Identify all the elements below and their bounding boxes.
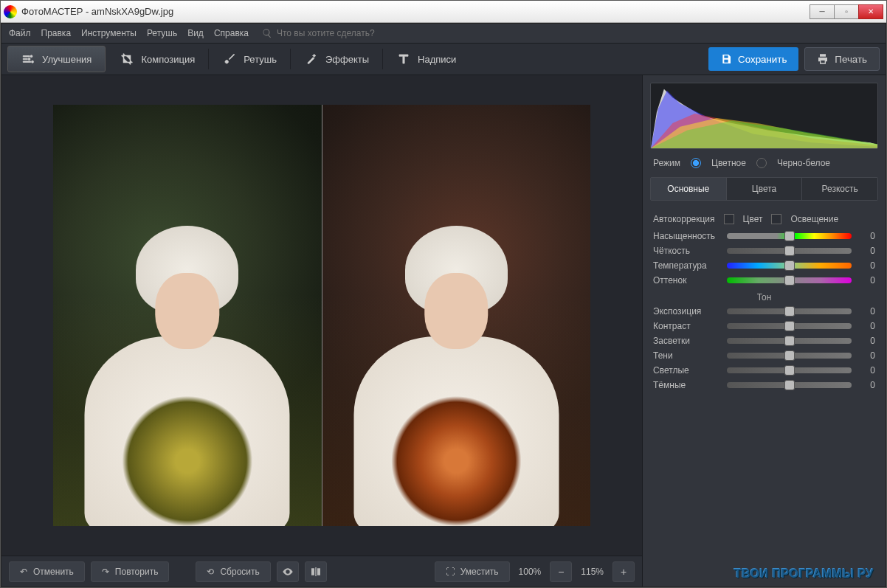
tab-effects[interactable]: Эффекты bbox=[291, 46, 382, 72]
panel-tabs: Основные Цвета Резкость bbox=[650, 177, 878, 201]
slider-value: 0 bbox=[857, 321, 875, 331]
slider-track[interactable] bbox=[727, 353, 852, 359]
zoom-out-button[interactable]: − bbox=[550, 561, 572, 582]
compare-toggle-button[interactable] bbox=[305, 561, 327, 582]
toolbar: Улучшения Композиция Ретушь Эффекты Надп… bbox=[1, 43, 886, 75]
slider-track[interactable] bbox=[727, 382, 852, 388]
chk-color[interactable] bbox=[724, 214, 734, 224]
canvas-area: ↶Отменить ↷Повторить ⟲Сбросить ⛶Уместить… bbox=[1, 75, 642, 587]
slider-tone-3: Тени 0 bbox=[652, 348, 877, 363]
slider-thumb[interactable] bbox=[784, 246, 795, 256]
reset-button[interactable]: ⟲Сбросить bbox=[196, 561, 270, 582]
app-body: Файл Правка Инструменты Ретушь Вид Справ… bbox=[1, 23, 886, 587]
zoom-100: 100% bbox=[516, 567, 545, 577]
slider-track[interactable] bbox=[727, 277, 852, 283]
main-area: ↶Отменить ↷Повторить ⟲Сбросить ⛶Уместить… bbox=[1, 75, 886, 587]
close-button[interactable]: ✕ bbox=[858, 4, 883, 19]
tab-sharp[interactable]: Резкость bbox=[801, 178, 877, 200]
right-panel: Режим Цветное Черно-белое Основные Цвета… bbox=[642, 75, 886, 587]
chk-light[interactable] bbox=[771, 214, 781, 224]
auto-color-label[interactable]: Цвет bbox=[743, 214, 763, 224]
undo-button[interactable]: ↶Отменить bbox=[9, 561, 85, 582]
slider-label: Температура bbox=[653, 260, 721, 271]
menu-view[interactable]: Вид bbox=[187, 28, 204, 38]
slider-track[interactable] bbox=[727, 233, 852, 239]
slider-value: 0 bbox=[857, 380, 875, 390]
slider-thumb[interactable] bbox=[784, 365, 795, 376]
redo-button[interactable]: ↷Повторить bbox=[91, 561, 170, 582]
save-button[interactable]: Сохранить bbox=[708, 47, 798, 71]
tab-colors[interactable]: Цвета bbox=[726, 178, 802, 200]
fit-button[interactable]: ⛶Уместить bbox=[435, 561, 510, 582]
menu-retouch[interactable]: Ретушь bbox=[147, 28, 177, 38]
slider-thumb[interactable] bbox=[784, 321, 795, 331]
radio-bw[interactable] bbox=[756, 158, 767, 168]
slider-label: Засветки bbox=[653, 336, 721, 346]
minimize-button[interactable]: ─ bbox=[810, 4, 835, 19]
mode-color-label[interactable]: Цветное bbox=[711, 158, 746, 168]
menubar: Файл Правка Инструменты Ретушь Вид Справ… bbox=[1, 24, 886, 43]
maximize-button[interactable]: ▫ bbox=[834, 4, 859, 19]
slider-thumb[interactable] bbox=[784, 336, 795, 346]
menu-tools[interactable]: Инструменты bbox=[81, 28, 137, 38]
slider-tone-5: Тёмные 0 bbox=[652, 378, 877, 392]
tab-captions[interactable]: Надписи bbox=[384, 46, 469, 72]
slider-tone-4: Светлые 0 bbox=[652, 363, 877, 378]
svg-point-1 bbox=[28, 58, 30, 60]
slider-track[interactable] bbox=[727, 323, 852, 329]
print-button[interactable]: Печать bbox=[804, 47, 880, 71]
slider-tone-1: Контраст 0 bbox=[652, 319, 877, 333]
titlebar[interactable]: ФотоМАСТЕР - amNskXA9gDw.jpg ─ ▫ ✕ bbox=[1, 1, 886, 23]
eye-icon bbox=[282, 566, 294, 578]
app-icon bbox=[4, 5, 17, 18]
slider-track[interactable] bbox=[727, 308, 852, 314]
radio-color[interactable] bbox=[691, 158, 701, 168]
slider-thumb[interactable] bbox=[784, 260, 795, 271]
slider-label: Тёмные bbox=[653, 380, 721, 390]
slider-thumb[interactable] bbox=[784, 231, 795, 241]
slider-track[interactable] bbox=[727, 263, 852, 269]
zoom-current: 115% bbox=[578, 567, 607, 577]
tone-section-label: Тон bbox=[652, 288, 877, 304]
mode-bw-label[interactable]: Черно-белое bbox=[777, 158, 830, 168]
sliders-icon bbox=[21, 52, 35, 66]
compare-view bbox=[53, 105, 590, 526]
tab-retouch[interactable]: Ретушь bbox=[210, 46, 290, 72]
tab-enhance[interactable]: Улучшения bbox=[7, 46, 106, 72]
slider-track[interactable] bbox=[727, 367, 852, 373]
autocorrect-row: Автокоррекция Цвет Освещение bbox=[652, 210, 877, 229]
histogram[interactable] bbox=[650, 83, 878, 149]
slider-thumb[interactable] bbox=[784, 275, 795, 286]
slider-label: Экспозиция bbox=[653, 306, 721, 317]
auto-light-label[interactable]: Освещение bbox=[790, 214, 838, 224]
slider-value: 0 bbox=[857, 275, 875, 286]
slider-color-1: Чёткость 0 bbox=[652, 243, 877, 258]
menu-edit[interactable]: Правка bbox=[41, 28, 72, 38]
canvas[interactable] bbox=[1, 75, 642, 556]
slider-label: Контраст bbox=[653, 321, 721, 331]
slider-value: 0 bbox=[857, 350, 875, 361]
search-box[interactable]: Что вы хотите сделать? bbox=[262, 28, 375, 38]
slider-label: Тени bbox=[653, 350, 721, 361]
watermark: ТВОИ ПРОГРАММЫ РУ bbox=[650, 561, 878, 582]
window-buttons: ─ ▫ ✕ bbox=[810, 4, 883, 19]
slider-thumb[interactable] bbox=[784, 380, 795, 390]
slider-thumb[interactable] bbox=[784, 350, 795, 361]
slider-thumb[interactable] bbox=[784, 306, 795, 317]
slider-track[interactable] bbox=[727, 338, 852, 344]
zoom-in-button[interactable]: + bbox=[612, 561, 635, 582]
app-window: ФотоМАСТЕР - amNskXA9gDw.jpg ─ ▫ ✕ Файл … bbox=[0, 0, 887, 588]
autocorrect-label: Автокоррекция bbox=[653, 214, 715, 224]
tab-composition[interactable]: Композиция bbox=[107, 46, 208, 72]
wand-icon bbox=[305, 52, 318, 66]
preview-toggle-button[interactable] bbox=[277, 561, 299, 582]
slider-value: 0 bbox=[857, 336, 875, 346]
mode-label: Режим bbox=[653, 158, 680, 168]
slider-track[interactable] bbox=[727, 248, 852, 254]
menu-help[interactable]: Справка bbox=[214, 28, 249, 38]
slider-color-3: Оттенок 0 bbox=[652, 273, 877, 288]
tab-basic[interactable]: Основные bbox=[651, 178, 726, 200]
slider-value: 0 bbox=[857, 365, 875, 376]
menu-file[interactable]: Файл bbox=[9, 28, 31, 38]
slider-value: 0 bbox=[857, 246, 875, 256]
